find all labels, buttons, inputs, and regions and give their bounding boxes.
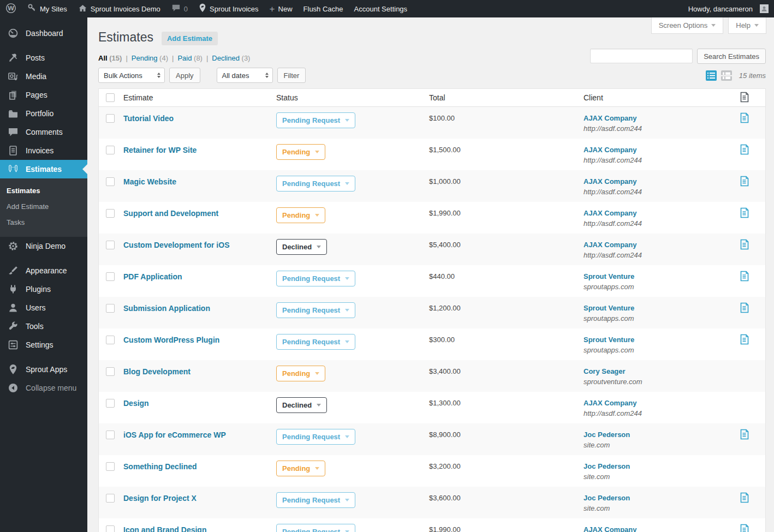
estimate-title-link[interactable]: Submission Application [123, 304, 210, 313]
row-checkbox[interactable] [106, 304, 115, 313]
estimate-notes-icon[interactable] [740, 243, 749, 252]
estimate-title-link[interactable]: Icon and Brand Design [123, 525, 206, 532]
status-dropdown-button[interactable]: Pending [276, 144, 325, 160]
estimate-title-link[interactable]: Custom Development for iOS [123, 241, 229, 249]
row-checkbox[interactable] [106, 367, 115, 376]
status-dropdown-button[interactable]: Pending Request [276, 112, 355, 128]
sidebar-item-appearance[interactable]: Appearance [0, 261, 87, 280]
sidebar-item-comments[interactable]: Comments [0, 123, 87, 141]
filter-link-all[interactable]: All (15) [98, 54, 122, 62]
estimate-notes-icon[interactable] [740, 528, 749, 532]
add-estimate-button[interactable]: Add Estimate [162, 32, 218, 45]
sidebar-item-media[interactable]: Media [0, 67, 87, 86]
dates-filter-select[interactable]: All dates [217, 68, 273, 83]
estimate-notes-icon[interactable] [740, 307, 749, 315]
estimate-title-link[interactable]: Retainer for WP Site [123, 146, 197, 154]
list-view-toggle[interactable] [706, 70, 717, 81]
new-content-menu[interactable]: + New [264, 0, 298, 17]
client-link[interactable]: AJAX Company [584, 209, 637, 217]
row-checkbox[interactable] [106, 209, 115, 218]
sidebar-item-ninja-demo[interactable]: Ninja Demo [0, 237, 87, 255]
row-checkbox[interactable] [106, 114, 115, 123]
estimate-title-link[interactable]: iOS App for eCommerce WP [123, 431, 226, 439]
bulk-actions-select[interactable]: Bulk Actions [98, 68, 165, 83]
row-checkbox[interactable] [106, 272, 115, 281]
sidebar-item-dashboard[interactable]: Dashboard [0, 24, 87, 43]
filter-button[interactable]: Filter [277, 68, 306, 83]
estimate-notes-icon[interactable] [740, 117, 749, 125]
select-all-checkbox[interactable] [106, 93, 115, 102]
submenu-item-estimates[interactable]: Estimates [0, 183, 87, 199]
sidebar-item-users[interactable]: Users [0, 298, 87, 317]
row-checkbox[interactable] [106, 462, 115, 471]
client-link[interactable]: AJAX Company [584, 241, 637, 249]
client-link[interactable]: Joc Pederson [584, 494, 630, 502]
site-menu[interactable]: Sprout Invoices Demo [73, 0, 166, 17]
comments-menu[interactable]: 0 [166, 0, 193, 17]
client-link[interactable]: Cory Seager [584, 367, 626, 375]
sidebar-item-settings[interactable]: Settings [0, 336, 87, 354]
status-dropdown-button[interactable]: Pending [276, 366, 325, 381]
estimate-notes-icon[interactable] [740, 497, 749, 505]
estimate-title-link[interactable]: PDF Application [123, 272, 182, 281]
wordpress-logo[interactable]: W [0, 0, 22, 17]
sidebar-item-invoices[interactable]: Invoices [0, 141, 87, 160]
submenu-item-add-estimate[interactable]: Add Estimate [0, 199, 87, 214]
client-link[interactable]: AJAX Company [584, 114, 637, 122]
client-link[interactable]: Joc Pederson [584, 431, 630, 439]
estimate-title-link[interactable]: Something Declined [123, 462, 197, 471]
status-dropdown-button[interactable]: Pending Request [276, 429, 355, 445]
help-tab[interactable]: Help [728, 17, 766, 34]
screen-options-tab[interactable]: Screen Options [651, 17, 724, 34]
status-dropdown-button[interactable]: Pending Request [276, 524, 355, 532]
client-link[interactable]: AJAX Company [584, 146, 637, 154]
flush-cache-menu[interactable]: Flush Cache [298, 0, 349, 17]
estimate-notes-icon[interactable] [740, 433, 749, 441]
estimate-title-link[interactable]: Magic Website [123, 177, 176, 186]
status-dropdown-button[interactable]: Pending Request [276, 271, 355, 286]
row-checkbox[interactable] [106, 431, 115, 439]
sidebar-item-tools[interactable]: Tools [0, 317, 87, 336]
client-link[interactable]: Joc Pederson [584, 462, 630, 470]
row-checkbox[interactable] [106, 494, 115, 503]
estimate-title-link[interactable]: Design [123, 399, 149, 408]
row-checkbox[interactable] [106, 525, 115, 532]
row-checkbox[interactable] [106, 336, 115, 344]
status-dropdown-button[interactable]: Declined [276, 239, 327, 255]
client-link[interactable]: AJAX Company [584, 399, 637, 407]
my-account-menu[interactable]: Howdy, dancameron [683, 4, 774, 13]
filter-link-pending[interactable]: Pending (4) [132, 54, 168, 62]
estimate-title-link[interactable]: Blog Development [123, 367, 190, 376]
my-sites-menu[interactable]: My Sites [22, 0, 73, 17]
client-link[interactable]: AJAX Company [584, 525, 637, 532]
client-link[interactable]: Sprout Venture [584, 304, 634, 312]
sidebar-item-portfolio[interactable]: Portfolio [0, 104, 87, 123]
estimate-notes-icon[interactable] [740, 338, 749, 346]
row-checkbox[interactable] [106, 177, 115, 186]
filter-link-paid[interactable]: Paid (8) [177, 54, 203, 62]
estimate-notes-icon[interactable] [740, 180, 749, 188]
estimate-notes-icon[interactable] [740, 275, 749, 283]
estimate-notes-icon[interactable] [740, 212, 749, 220]
status-dropdown-button[interactable]: Pending Request [276, 176, 355, 192]
excerpt-view-toggle[interactable] [721, 70, 732, 81]
sprout-invoices-menu[interactable]: Sprout Invoices [193, 0, 264, 17]
client-link[interactable]: Sprout Venture [584, 272, 634, 280]
status-dropdown-button[interactable]: Pending [276, 461, 325, 476]
estimate-title-link[interactable]: Tutorial Video [123, 114, 174, 123]
status-dropdown-button[interactable]: Pending [276, 207, 325, 223]
column-header-client[interactable]: Client [584, 93, 740, 102]
client-link[interactable]: Sprout Venture [584, 336, 634, 344]
apply-button[interactable]: Apply [169, 68, 200, 83]
column-header-total[interactable]: Total [429, 93, 584, 102]
estimate-title-link[interactable]: Custom WordPress Plugin [123, 336, 219, 344]
status-dropdown-button[interactable]: Pending Request [276, 492, 355, 508]
account-settings-menu[interactable]: Account Settings [349, 0, 413, 17]
sidebar-item-sprout-apps[interactable]: Sprout Apps [0, 360, 87, 379]
search-estimates-button[interactable]: Search Estimates [697, 49, 766, 64]
row-checkbox[interactable] [106, 399, 115, 408]
estimate-title-link[interactable]: Support and Development [123, 209, 218, 218]
sidebar-item-plugins[interactable]: Plugins [0, 280, 87, 298]
sidebar-item-posts[interactable]: Posts [0, 49, 87, 67]
client-link[interactable]: AJAX Company [584, 177, 637, 186]
